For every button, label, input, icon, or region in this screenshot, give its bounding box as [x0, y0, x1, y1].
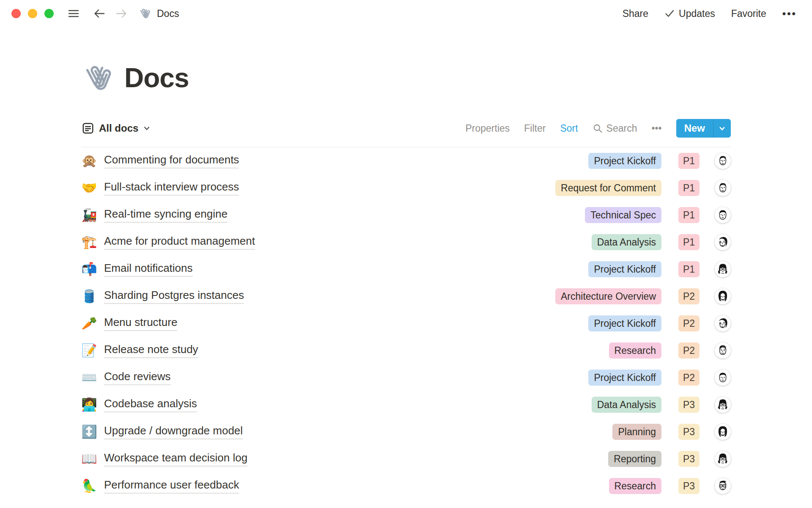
doc-emoji-icon: 🚂: [81, 209, 97, 221]
doc-emoji-icon: 📖: [81, 453, 97, 465]
avatar: [715, 424, 731, 440]
new-split-button: New: [676, 119, 731, 138]
table-row[interactable]: 🛢️ Sharding Postgres instances Architect…: [81, 283, 731, 310]
doc-emoji-icon: 🤝: [81, 182, 97, 194]
doc-title-link[interactable]: Workspace team decision log: [104, 451, 247, 467]
avatar: [715, 288, 731, 304]
priority-badge: P1: [678, 234, 700, 250]
page-title: Docs: [124, 62, 189, 94]
priority-badge: P2: [678, 288, 700, 304]
sort-button[interactable]: Sort: [560, 123, 578, 134]
tag-badge: Project Kickoff: [588, 153, 661, 169]
ellipsis-icon: •••: [651, 123, 661, 134]
avatar: [715, 153, 731, 169]
avatar: [715, 342, 731, 359]
doc-title-link[interactable]: Acme for product management: [104, 235, 255, 250]
doc-emoji-icon: 👩‍💻: [81, 398, 97, 411]
avatar: [715, 451, 731, 467]
doc-emoji-icon: 🦜: [81, 480, 97, 492]
doc-emoji-icon: 🏗️: [81, 236, 97, 248]
tag-badge: Research: [609, 342, 661, 359]
view-switcher-all-docs[interactable]: All docs: [81, 121, 151, 135]
avatar: [715, 234, 731, 250]
doc-title-link[interactable]: Performance user feedback: [104, 478, 239, 494]
updates-button[interactable]: Updates: [664, 8, 715, 19]
doc-title-link[interactable]: Email notifications: [104, 262, 193, 277]
titlebar: Docs Share Updates Favorite •••: [0, 0, 812, 27]
table-row[interactable]: ⌨️ Code reviews Project Kickoff P2: [81, 364, 731, 391]
filter-button[interactable]: Filter: [524, 123, 546, 134]
priority-badge: P1: [678, 261, 700, 277]
share-button[interactable]: Share: [623, 8, 648, 19]
doc-title-link[interactable]: Upgrade / downgrade model: [104, 424, 243, 439]
tag-badge: Technical Spec: [585, 207, 661, 223]
traffic-lights: [11, 9, 54, 18]
doc-title-link[interactable]: Codebase analysis: [104, 397, 197, 412]
priority-badge: P2: [678, 370, 700, 386]
checkmark-icon: [664, 9, 675, 18]
view-toolbar: All docs Properties Filter Sort Search •…: [81, 119, 731, 138]
favorite-button[interactable]: Favorite: [731, 8, 766, 19]
paperclip-icon: [138, 7, 152, 20]
table-row[interactable]: 🚂 Real-time syncing engine Technical Spe…: [81, 202, 731, 229]
zoom-window-button[interactable]: [44, 9, 54, 18]
doc-emoji-icon: 📝: [81, 344, 97, 357]
breadcrumb[interactable]: Docs: [138, 7, 179, 20]
avatar: [715, 207, 731, 223]
table-row[interactable]: 🤝 Full-stack interview process Request f…: [81, 174, 731, 202]
table-row[interactable]: ↕️ Upgrade / downgrade model Planning P3: [81, 418, 731, 445]
page-paperclip-icon: [81, 61, 116, 95]
tag-badge: Research: [609, 478, 661, 494]
table-row[interactable]: 🙊 Commenting for documents Project Kicko…: [81, 147, 731, 174]
table-row[interactable]: 📖 Workspace team decision log Reporting …: [81, 445, 731, 472]
doc-title-link[interactable]: Menu structure: [104, 316, 177, 331]
doc-title-link[interactable]: Real-time syncing engine: [104, 207, 228, 223]
forward-button[interactable]: [115, 8, 128, 19]
close-window-button[interactable]: [11, 9, 21, 18]
priority-badge: P1: [678, 153, 700, 169]
properties-button[interactable]: Properties: [465, 123, 510, 134]
priority-badge: P1: [678, 207, 700, 223]
window-more-button[interactable]: •••: [782, 8, 797, 19]
priority-badge: P3: [678, 451, 700, 467]
table-more-button[interactable]: •••: [651, 123, 661, 134]
table-row[interactable]: 🦜 Performance user feedback Research P3: [81, 472, 731, 500]
doc-list-icon: [81, 121, 95, 135]
table-row[interactable]: 📝 Release note study Research P2: [81, 337, 731, 364]
doc-title-link[interactable]: Code reviews: [104, 370, 171, 385]
doc-emoji-icon: 📬: [81, 263, 97, 276]
tag-badge: Project Kickoff: [588, 315, 661, 331]
chevron-down-icon: [143, 124, 151, 133]
table-row[interactable]: 👩‍💻 Codebase analysis Data Analysis P3: [81, 391, 731, 418]
tag-badge: Architecture Overview: [555, 288, 661, 304]
priority-badge: P3: [678, 424, 700, 440]
tag-badge: Request for Comment: [555, 180, 661, 196]
search-button[interactable]: Search: [593, 123, 637, 134]
doc-emoji-icon: 🥕: [81, 317, 97, 330]
forward-arrow-icon: [115, 8, 128, 19]
avatar: [715, 180, 731, 196]
doc-emoji-icon: 🛢️: [81, 290, 97, 303]
avatar: [715, 397, 731, 413]
sidebar-menu-button[interactable]: [67, 8, 80, 19]
avatar: [715, 478, 731, 494]
tag-badge: Reporting: [608, 451, 661, 467]
back-button[interactable]: [93, 8, 106, 19]
table-row[interactable]: 📬 Email notifications Project Kickoff P1: [81, 256, 731, 283]
doc-title-link[interactable]: Sharding Postgres instances: [104, 289, 244, 304]
doc-title-link[interactable]: Full-stack interview process: [104, 180, 239, 196]
priority-badge: P3: [678, 397, 700, 413]
table-row[interactable]: 🏗️ Acme for product management Data Anal…: [81, 229, 731, 256]
new-button[interactable]: New: [676, 119, 713, 138]
priority-badge: P3: [678, 478, 700, 494]
tag-badge: Project Kickoff: [588, 261, 661, 277]
doc-emoji-icon: 🙊: [81, 155, 97, 167]
doc-title-link[interactable]: Commenting for documents: [104, 153, 239, 168]
avatar: [715, 261, 731, 277]
minimize-window-button[interactable]: [28, 9, 37, 18]
avatar: [715, 370, 731, 386]
priority-badge: P1: [678, 180, 700, 196]
table-row[interactable]: 🥕 Menu structure Project Kickoff P2: [81, 310, 731, 337]
new-dropdown-button[interactable]: [713, 119, 731, 138]
doc-title-link[interactable]: Release note study: [104, 343, 198, 358]
